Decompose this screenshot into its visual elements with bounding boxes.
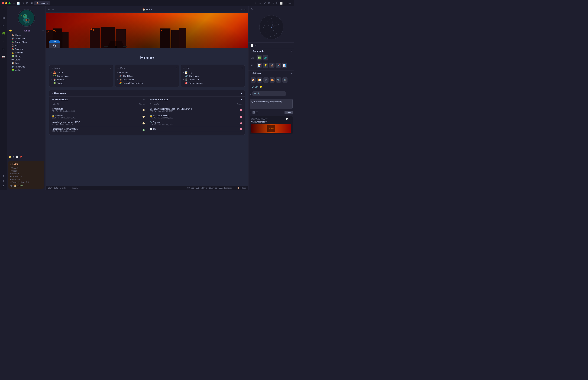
qn-hash-icon[interactable]: # — [250, 111, 251, 114]
settings-search1-button[interactable]: 🔍 — [276, 77, 281, 83]
sidebar-help-icon[interactable]: ? — [1, 174, 6, 179]
link-item-ducks[interactable]: • 🦆 Ducks Films — [8, 40, 44, 44]
link-item-log[interactable]: • 📋 Log — [8, 61, 44, 65]
list-icon[interactable]: ≡ — [273, 2, 274, 5]
sidebar-book-icon[interactable]: 📖 — [1, 54, 6, 59]
dropdown-icon[interactable]: ⌄ — [259, 2, 261, 5]
sidebar-time-icon[interactable]: ◷ — [1, 23, 6, 28]
file-icon[interactable]: 📄 — [17, 2, 20, 5]
cmd-flask-button[interactable]: 🧪 — [263, 55, 268, 60]
table-row[interactable]: Knowledge and memory MOC 7:21 PM · JANUA… — [52, 120, 145, 127]
send-button[interactable]: Send — [285, 111, 293, 114]
hash-icon[interactable]: # — [276, 2, 277, 5]
settings-home-button[interactable]: 🏠 — [251, 77, 256, 83]
sidebar-search-icon[interactable]: ⌕ — [1, 39, 6, 44]
table-row[interactable]: Progressive Summarization 1:50 PM · JANU… — [52, 127, 145, 133]
settings-search2-button[interactable]: 🔍 — [282, 77, 288, 83]
settings-palette-button[interactable]: 🎨 — [270, 77, 275, 83]
more-options-icon[interactable]: ⋯ — [244, 8, 246, 11]
settings-eye-button[interactable]: 👁 — [263, 77, 269, 83]
link-item-sources[interactable]: • 📚 Sources — [8, 47, 44, 51]
table-row[interactable]: 📄 The — [150, 127, 242, 132]
minimize-button[interactable] — [5, 2, 7, 4]
log-card-chevron[interactable]: ▾ — [241, 67, 242, 69]
link-item-personal[interactable]: • 🔒 Personal — [8, 51, 44, 55]
card-item-ducks-films[interactable]: •🦆Ducks Films — [117, 78, 177, 81]
notes-card-chevron[interactable]: ▾ — [110, 67, 111, 69]
table-row[interactable]: 🔒 Personal 10:20 PM · JANUARY 07, 2023 — [52, 113, 145, 120]
rp-bulb-icon[interactable]: 💡 — [259, 86, 262, 88]
links-section-header[interactable]: ⭐ Links ▾ — [7, 28, 46, 33]
cmd-check-button[interactable]: ✅ — [257, 55, 262, 60]
rp-tag-icon[interactable]: 🏷 — [255, 44, 257, 47]
link-item-maps[interactable]: • 🗺 Maps — [8, 58, 44, 61]
back-button[interactable]: ← — [48, 8, 50, 11]
sidebar-grid-icon[interactable]: ⊟ — [1, 46, 6, 51]
sidebar-tree-icon[interactable]: 🌿 — [1, 31, 6, 36]
card-item-office[interactable]: •🚀The Office — [117, 74, 177, 78]
card-item-icebox[interactable]: •📥Icebox — [52, 71, 111, 74]
forward-button[interactable]: → — [52, 8, 54, 11]
document-icon[interactable]: 📄 — [16, 155, 18, 158]
search-icon[interactable]: ⌕ — [13, 2, 15, 5]
habit-journal-link[interactable]: 📔 Journal — [14, 185, 23, 187]
work-card-chevron[interactable]: ▾ — [176, 67, 177, 69]
rp-link1-icon[interactable]: 🔗 — [251, 86, 254, 88]
table-row[interactable]: 🔒 59 - Jeff Hawkins 7:47 PM · JANUARY 08… — [150, 113, 242, 120]
card-item-prompt[interactable]: •🎯Prompt Journal — [183, 81, 242, 85]
search-input[interactable] — [258, 93, 284, 95]
table-row[interactable]: My Callouts 2:54 PM · JANUARY 08, 2023 — [52, 107, 145, 113]
link-item-action[interactable]: • 🧩 Action — [8, 69, 44, 72]
card-item-sources[interactable]: •📚Sources — [52, 78, 111, 81]
branch-icon[interactable]: ⎇ — [263, 2, 266, 5]
tab-close-button[interactable]: ✕ — [47, 2, 48, 4]
sidebar-toggle-icon[interactable]: ▤ — [268, 2, 271, 5]
rp-menu-icon[interactable]: ≡ — [250, 93, 251, 96]
layout-icon[interactable]: ⊞ — [26, 2, 28, 5]
qn-image-icon[interactable]: 🖼 — [252, 111, 255, 114]
card-item-greenhouse[interactable]: •🌱Greenhouse — [52, 74, 111, 78]
pin-icon[interactable]: 📌 — [19, 155, 22, 158]
cmd-bulb-button[interactable]: 💡 — [263, 63, 268, 68]
link-item-dump[interactable]: • 🔗 The Dump — [8, 65, 44, 69]
qn-check-icon[interactable]: ☑ — [256, 111, 258, 114]
sidebar-home-icon[interactable]: ⌂ — [1, 8, 6, 13]
card-item-action[interactable]: •✦Action — [117, 71, 177, 74]
rp-settings-icon[interactable]: ⚙ — [251, 8, 253, 11]
sidebar-info-icon[interactable]: ℹ — [1, 179, 6, 184]
recent-sources-chevron[interactable]: ▾ — [241, 98, 242, 101]
table-row[interactable]: 🔧 Espanso 7:39 PM · JANUARY 08, 2023 — [150, 120, 242, 127]
card-item-log[interactable]: •📝Log — [183, 71, 242, 74]
new-notes-chevron[interactable]: ▾ — [241, 92, 242, 95]
cmd-chart-button[interactable]: 📊 — [282, 63, 287, 68]
close-button[interactable] — [2, 2, 4, 4]
history-icon[interactable]: ◷ — [22, 2, 24, 5]
link-item-library[interactable]: • 📗 Library — [8, 55, 44, 58]
rp-doc-icon[interactable]: 📄 — [251, 44, 254, 47]
sidebar-calendar-icon[interactable]: ▦ — [1, 16, 6, 20]
link-item-sid[interactable]: • 🐕 Sid — [8, 44, 44, 47]
log-more-icon[interactable]: ⋯ — [289, 118, 291, 120]
maximize-button[interactable] — [8, 2, 11, 4]
card-item-code-diary[interactable]: •📓Code Diary — [183, 78, 242, 81]
bookmark-icon[interactable]: ★ — [12, 155, 14, 158]
cmd-note-button[interactable]: 📝 — [257, 63, 262, 68]
quick-note-input-area[interactable]: Quick note into my daily note log — [250, 99, 293, 109]
sidebar-settings-icon[interactable]: ⚙ — [1, 184, 6, 189]
window-icon[interactable]: ⬜ — [280, 2, 283, 5]
edit-icon[interactable]: ✏ — [240, 8, 242, 11]
rp-link2-icon[interactable]: 🔗 — [255, 86, 258, 88]
card-item-dump[interactable]: •🔗The Dump — [183, 74, 242, 78]
table-row[interactable]: 🖥 The Artificial Intelligence Revolution… — [150, 107, 242, 113]
pane-icon[interactable]: ▣ — [30, 2, 33, 5]
log-comment-icon[interactable]: 💬 — [286, 118, 288, 120]
commands-header[interactable]: ● Commands ▾ — [248, 48, 294, 54]
tab-home[interactable]: 🏠 Home ✕ — [34, 1, 50, 5]
recent-notes-chevron[interactable]: ▾ — [143, 98, 145, 101]
settings-header[interactable]: ● Settings ▾ — [248, 71, 294, 76]
cmd-mate-button[interactable]: 🧉 — [269, 63, 275, 68]
link-item-home[interactable]: • 🏠 Home — [8, 33, 44, 37]
card-item-library[interactable]: •📗Library — [52, 81, 111, 85]
add-tab-icon[interactable]: ＋ — [255, 1, 257, 5]
cmd-scissors-button[interactable]: ✂️ — [276, 63, 281, 68]
